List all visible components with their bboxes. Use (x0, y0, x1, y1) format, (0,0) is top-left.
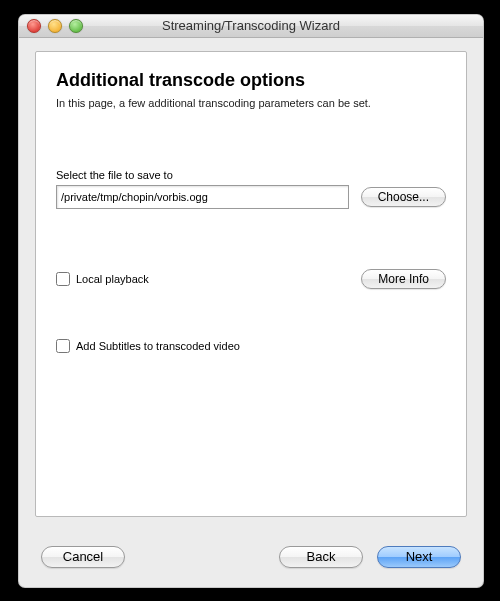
file-row: Choose... (56, 185, 446, 209)
close-icon[interactable] (27, 19, 41, 33)
file-label: Select the file to save to (56, 169, 446, 181)
next-button[interactable]: Next (377, 546, 461, 568)
window-controls (27, 19, 83, 33)
wizard-window: Streaming/Transcoding Wizard Additional … (18, 14, 484, 588)
file-path-input[interactable] (56, 185, 349, 209)
minimize-icon[interactable] (48, 19, 62, 33)
more-info-button[interactable]: More Info (361, 269, 446, 289)
local-playback-row: Local playback More Info (56, 269, 446, 289)
add-subtitles-label: Add Subtitles to transcoded video (76, 340, 240, 352)
local-playback-label: Local playback (76, 273, 149, 285)
footer: Cancel Back Next (19, 527, 483, 587)
add-subtitles-checkbox[interactable] (56, 339, 70, 353)
page-heading: Additional transcode options (56, 70, 446, 91)
cancel-button[interactable]: Cancel (41, 546, 125, 568)
local-playback-checkbox[interactable] (56, 272, 70, 286)
page-subtext: In this page, a few additional transcodi… (56, 97, 446, 109)
zoom-icon[interactable] (69, 19, 83, 33)
titlebar: Streaming/Transcoding Wizard (19, 15, 483, 38)
local-playback-option[interactable]: Local playback (56, 272, 149, 286)
back-button[interactable]: Back (279, 546, 363, 568)
content-panel: Additional transcode options In this pag… (35, 51, 467, 517)
choose-button[interactable]: Choose... (361, 187, 446, 207)
add-subtitles-option[interactable]: Add Subtitles to transcoded video (56, 339, 446, 353)
window-title: Streaming/Transcoding Wizard (162, 18, 340, 33)
